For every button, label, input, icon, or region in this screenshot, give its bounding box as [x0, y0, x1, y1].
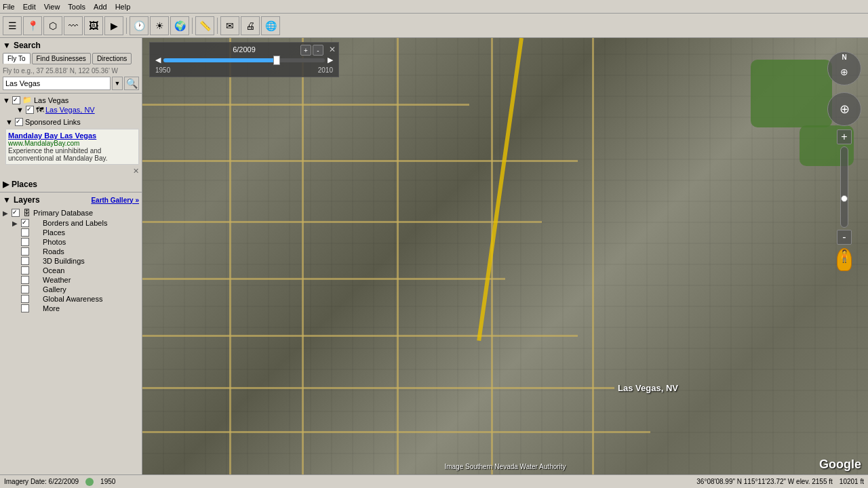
sponsor-link[interactable]: Mandalay Bay Las Vegas: [8, 131, 96, 140]
zoom-slider[interactable]: [840, 146, 848, 228]
result-expand[interactable]: ▼: [3, 96, 10, 104]
search-dropdown-button[interactable]: ▼: [112, 77, 123, 90]
toolbar-add-path[interactable]: 〰: [64, 16, 83, 35]
zoom-in-button[interactable]: +: [837, 129, 852, 144]
toolbar-atmosphere[interactable]: 🌍: [170, 16, 189, 35]
toolbar-sep1: [126, 18, 127, 34]
toolbar-record-tour[interactable]: ▶: [104, 16, 123, 35]
toolbar-add-polygon[interactable]: ⬡: [43, 16, 62, 35]
layer-label-primary: Primary Database: [33, 209, 93, 217]
search-tabs: Fly To Find Businesses Directions: [3, 53, 139, 64]
zoom-ring[interactable]: ⊕: [827, 92, 861, 126]
toolbar-print[interactable]: 🖨: [241, 16, 260, 35]
slider-left-button[interactable]: ◀: [155, 56, 161, 64]
menu-tools[interactable]: Tools: [68, 3, 85, 11]
menu-add[interactable]: Add: [94, 3, 107, 11]
toolbar-add-image[interactable]: 🖼: [84, 16, 103, 35]
toolbar-email[interactable]: ✉: [220, 16, 239, 35]
result-link-expand[interactable]: ▼: [16, 106, 24, 114]
statusbar-imagery-date: Imagery Date: 6/22/2009: [4, 478, 79, 485]
slider-years: 1950 2010: [155, 66, 333, 74]
search-input[interactable]: [3, 77, 111, 90]
layer-expand-primary[interactable]: ▶: [3, 209, 9, 217]
result-link[interactable]: Las Vegas, NV: [45, 106, 95, 114]
earth-gallery-link[interactable]: Earth Gallery »: [91, 197, 139, 204]
coords-label: 36°08'08.99" N 115°11'23.72" W elev. 215…: [696, 478, 833, 485]
toolbar-sep2: [192, 18, 193, 34]
layer-cb-3d[interactable]: [21, 257, 29, 265]
tab-fly-to[interactable]: Fly To: [3, 53, 31, 64]
layer-expand-weather: ▶: [12, 277, 19, 284]
menu-edit[interactable]: Edit: [23, 3, 36, 11]
slider-fill: [163, 58, 277, 62]
layer-cb-primary[interactable]: [12, 209, 20, 217]
street-view-person[interactable]: 🧍: [837, 248, 852, 271]
sponsored-expand[interactable]: ▼: [5, 118, 13, 126]
layer-cb-borders[interactable]: [21, 219, 29, 227]
time-zoom-in[interactable]: +: [300, 45, 311, 56]
layer-label-ocean: Ocean: [43, 266, 64, 274]
search-results: ▼ 📁 Las Vegas ▼ 🗺 Las Vegas, NV ▼ Sponso…: [0, 94, 142, 177]
layer-cb-places[interactable]: [21, 228, 29, 237]
map-area[interactable]: 6/2009 ◀ ▶ 1950 2010 ✕ + - N ⊕: [142, 38, 868, 474]
time-zoom-out[interactable]: -: [313, 45, 323, 56]
layer-cb-ocean[interactable]: [21, 266, 29, 274]
places-expand-icon: ▶: [3, 180, 9, 189]
layers-header: ▼ Layers Earth Gallery »: [3, 195, 139, 205]
toolbar-measure[interactable]: 📏: [195, 16, 214, 35]
slider-right-button[interactable]: ▶: [328, 56, 333, 64]
layer-cb2-borders[interactable]: [31, 219, 41, 227]
layer-label-3d: 3D Buildings: [43, 257, 85, 265]
toolbar-historical-imagery[interactable]: 🕐: [130, 16, 149, 35]
layer-weather: ▶ Weather: [12, 275, 139, 285]
time-close-button[interactable]: ✕: [329, 45, 336, 54]
layer-cb-global[interactable]: [21, 295, 29, 303]
map-background: [142, 38, 868, 474]
compass-icon: ⊕: [840, 66, 848, 77]
toolbar-sunlight[interactable]: ☀: [150, 16, 169, 35]
tab-find-businesses[interactable]: Find Businesses: [32, 53, 91, 64]
layer-cb-gallery[interactable]: [21, 285, 29, 293]
layer-cb-more[interactable]: [21, 304, 29, 312]
statusbar-dot: [85, 478, 94, 486]
layer-cb-weather[interactable]: [21, 276, 29, 284]
layer-borders: ▶ Borders and Labels: [12, 218, 139, 228]
places-header[interactable]: ▶ Places: [3, 180, 139, 189]
result-link-checkbox[interactable]: [26, 106, 34, 114]
left-panel: ▼ Search Fly To Find Businesses Directio…: [0, 38, 142, 474]
layers-expand-icon[interactable]: ▼: [3, 195, 11, 205]
toolbar-add-placemark[interactable]: 📍: [23, 16, 42, 35]
layer-label-roads: Roads: [43, 247, 64, 256]
search-input-row: ▼ 🔍: [3, 77, 139, 90]
zoom-out-button[interactable]: -: [837, 230, 852, 245]
slider-track[interactable]: [163, 58, 325, 62]
layer-global-awareness: ▶ Global Awareness: [12, 294, 139, 304]
tab-directions[interactable]: Directions: [92, 53, 132, 64]
layer-expand-borders[interactable]: ▶: [12, 220, 19, 227]
close-sponsored-button[interactable]: ✕: [133, 167, 139, 175]
imagery-date-label: Imagery Date: 6/22/2009: [4, 478, 79, 485]
toolbar-google-earth-web[interactable]: 🌐: [261, 16, 280, 35]
layer-cb-photos[interactable]: [21, 238, 29, 246]
layer-label-more: More: [43, 304, 60, 312]
search-header[interactable]: ▼ Search: [3, 41, 139, 50]
menu-help[interactable]: Help: [115, 3, 131, 11]
layer-cb2-more: [31, 304, 41, 312]
layer-cb-roads[interactable]: [21, 247, 29, 256]
layer-cb2-places: [31, 228, 41, 237]
menu-file[interactable]: File: [3, 3, 15, 11]
sponsored-checkbox[interactable]: [15, 118, 23, 126]
zoom-slider-thumb[interactable]: [841, 195, 848, 202]
search-go-button[interactable]: 🔍: [124, 77, 139, 90]
menu-view[interactable]: View: [44, 3, 60, 11]
layer-label-global: Global Awareness: [43, 295, 102, 303]
slider-thumb[interactable]: [273, 56, 280, 65]
nav-compass[interactable]: N ⊕: [827, 52, 861, 85]
result-checkbox[interactable]: [12, 96, 20, 104]
layer-places: ▶ Places: [12, 228, 139, 237]
zoom-controls: ⊕ + - 🧍: [827, 92, 861, 271]
layer-roads: ▶ Roads: [12, 247, 139, 256]
layer-label-photos: Photos: [43, 238, 66, 246]
layer-cb2-photos: [31, 238, 41, 246]
toolbar-show-sidebar[interactable]: ☰: [3, 16, 22, 35]
